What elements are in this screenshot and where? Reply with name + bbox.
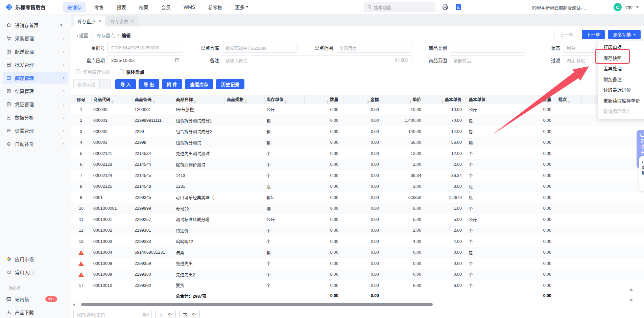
cell-qty[interactable]: 0.00 (304, 104, 343, 115)
toolbar-button-附件[interactable]: 附 件 (162, 79, 183, 89)
sidebar-item-chart[interactable]: 数据分析 › (3, 112, 68, 123)
nav-tab-会员[interactable]: 会员 (157, 2, 175, 13)
table-row[interactable]: 30000022299组合拆分测试成分2箱0.000.00140.0014.00… (71, 126, 644, 137)
table-row[interactable]: 000100082299359先进先出个0.000.000.000.00个0.0… (71, 258, 644, 269)
table-row[interactable]: 400000322998组合拆分测试箱0.000.0056.0056.00箱0.… (71, 137, 644, 148)
scope-input[interactable]: 全场盘点 (336, 43, 411, 53)
nav-tab-档案[interactable]: 档案 (135, 2, 152, 13)
avatar[interactable]: C (614, 3, 622, 11)
category-input[interactable] (450, 43, 525, 53)
table-row[interactable]: 000100092299360先进先出2个0.000.000.000.00个0.… (71, 269, 644, 280)
cell-qty[interactable]: 0.00 (304, 159, 343, 170)
tab-inventory-params[interactable]: 库存参数 ✕ (106, 16, 138, 26)
more-functions-button[interactable]: 更多功能 (608, 30, 641, 39)
customer-service-tab[interactable]: 客服 (639, 156, 644, 191)
nav-tab-进销存[interactable]: 进销存 (63, 2, 86, 13)
scroll-up-icon[interactable] (629, 288, 633, 291)
user-name[interactable]: cqc (625, 4, 633, 9)
snapshot-checkbox[interactable] (76, 69, 80, 74)
warehouse-input[interactable]: 批发配送中心222888 (222, 43, 297, 53)
toolbar-button-导出[interactable]: 导 出 (139, 79, 159, 89)
remark-input[interactable]: 请输入备注 0 / 500 (222, 55, 411, 65)
table-row[interactable]: 6000021232214544促销后调价测试个0.000.002.002.00… (71, 159, 644, 170)
cell-qty[interactable]: 0.00 (304, 148, 343, 159)
search-input[interactable]: 搜索功能 (364, 2, 435, 12)
table-row[interactable]: 000100046914068031231洁柔箱0.000.000.000.00… (71, 247, 644, 258)
cell-qty[interactable]: 0.00 (304, 203, 343, 214)
col-basic-qty[interactable]: 数量 (521, 95, 556, 104)
table-row[interactable]: 70000212422145451413个0.000.0036.3436.34个… (71, 170, 644, 181)
sidebar-item-gear[interactable]: 设置管理 › (3, 125, 68, 136)
sidebar-item-robot[interactable]: 自动补货 › (3, 138, 68, 150)
toolbar-button-导入[interactable]: 导 入 (115, 79, 136, 89)
cell-qty[interactable]: 0.00 (304, 214, 343, 225)
cell-qty[interactable]: 0.00 (304, 115, 343, 126)
menu-item-附加备注[interactable]: 附加备注 (598, 74, 644, 85)
snapshot-checkbox-group[interactable]: 使用库存快照 (76, 68, 110, 75)
col-price[interactable]: 单价 (384, 95, 426, 104)
sidebar-item-inventory[interactable]: 库存管理 › (3, 72, 68, 84)
col-code[interactable]: 商品代码 (91, 95, 133, 104)
nav-tab-报表[interactable]: 报表 (113, 2, 130, 13)
bill-no-input[interactable]: CR99664992510250008 (108, 43, 183, 53)
cell-qty[interactable]: 0.00 (304, 247, 343, 258)
menu-item-读取最近进价[interactable]: 读取最近进价 (598, 85, 644, 96)
col-amount[interactable]: 金额 (343, 95, 384, 104)
col-basic-price[interactable]: 基本单价 (426, 95, 467, 104)
cell-qty[interactable]: 0.00 (304, 236, 343, 247)
toolbar-button-历史记录[interactable]: 历史记录 (216, 79, 244, 89)
next-bill-button[interactable]: 下一单 (582, 30, 605, 39)
nav-tab-更多[interactable]: 更多 (231, 2, 253, 13)
menu-item-打印单据[interactable]: 打印单据 (598, 42, 644, 53)
cycle-checkbox-group[interactable]: 循环盘点 (119, 68, 144, 75)
cell-qty[interactable]: 0.00 (304, 225, 343, 236)
close-icon[interactable]: ✕ (98, 19, 101, 23)
batch-add-button[interactable]: 批量添加 (73, 79, 100, 89)
sidebar-item-voucher[interactable]: 凭证管理 › (3, 98, 68, 110)
menu-item-差异处理[interactable]: 差异处理 (598, 64, 644, 74)
table-row[interactable]: 80000212522145481231瓶0.000.003.003.00瓶0.… (71, 181, 644, 192)
table-row[interactable]: 5000021212214534先进先出测试测试个0.000.0012.0012… (71, 148, 644, 159)
menu-item-重新读取库存单价[interactable]: 重新读取库存单价 (598, 96, 644, 107)
col-seq[interactable]: 序号 (71, 95, 91, 104)
breadcrumb-parent[interactable]: 库存盘点 (97, 32, 115, 39)
cell-qty[interactable]: 0.00 (304, 258, 343, 269)
sidebar-item-cart[interactable]: 采购管理 › (3, 32, 68, 44)
cell-qty[interactable]: 0.00 (304, 269, 343, 280)
sidebar-item-app-market[interactable]: 应用市场 (3, 253, 68, 265)
table-row[interactable]: 17000100102299390要货个0.000.006.006.00个0.0… (71, 280, 644, 291)
batch-more-button[interactable]: ··· (100, 79, 111, 89)
col-name[interactable]: 商品名称 (174, 95, 224, 104)
horizontal-scrollbar[interactable] (75, 303, 632, 306)
sidebar-item-messages[interactable]: 站内信 99+ (3, 293, 68, 305)
table-row[interactable]: 13000100032299333呜呜呜12个0.000.004.004.00个… (71, 236, 644, 247)
tenant-name[interactable]: 99664-新界面商超版测试-管理... (532, 4, 590, 11)
sidebar-item-delivery[interactable]: 配送管理 › (3, 46, 68, 57)
store-doc-icon[interactable] (455, 4, 461, 10)
menu-item-库存快照[interactable]: 库存快照 (598, 53, 644, 64)
scroll-down-icon[interactable] (629, 299, 633, 301)
user-chevron-down-icon[interactable] (636, 6, 639, 8)
cell-qty[interactable]: 0.00 (304, 280, 343, 291)
printer-icon[interactable] (442, 4, 449, 10)
prev-bill-button[interactable]: 上一单 (554, 30, 578, 39)
sidebar-item-wholesale[interactable]: 批发管理 › (3, 59, 68, 70)
col-batch[interactable]: 批次 (556, 95, 581, 104)
cell-qty[interactable]: 0.00 (304, 137, 343, 148)
goods-range-input[interactable]: 全部商品 (450, 55, 525, 65)
nav-tab-WMS[interactable]: WMS (180, 2, 199, 12)
next-item-button[interactable]: 下一个 (179, 310, 200, 318)
prev-item-button[interactable]: 上一个 (155, 310, 176, 318)
sidebar-item-favorites[interactable]: 常用入口 (3, 267, 68, 278)
table-row[interactable]: 1000010000012299999寿司22排0.000.006.001.00… (71, 203, 644, 214)
quick-locate-input[interactable]: 代码|名称|条码 0/0 (73, 310, 152, 318)
table-row[interactable]: 900012299245可口可乐经典美味（…箱fz0.000.006.33501… (71, 192, 644, 203)
close-icon[interactable]: ✕ (131, 19, 134, 23)
back-link[interactable]: ‹ 返回 (76, 32, 88, 39)
cycle-checkbox[interactable] (119, 69, 124, 74)
cell-qty[interactable]: 0.00 (304, 181, 343, 192)
table-row[interactable]: 2000001229999911111组合拆分测试成分1箱0.000.001,4… (71, 115, 644, 126)
date-input[interactable]: 2025-10-25 (108, 55, 183, 65)
scroll-left-icon[interactable] (73, 303, 75, 306)
table-row[interactable]: 12000100022299301约定价个0.000.002.002.00个0.… (71, 225, 644, 236)
